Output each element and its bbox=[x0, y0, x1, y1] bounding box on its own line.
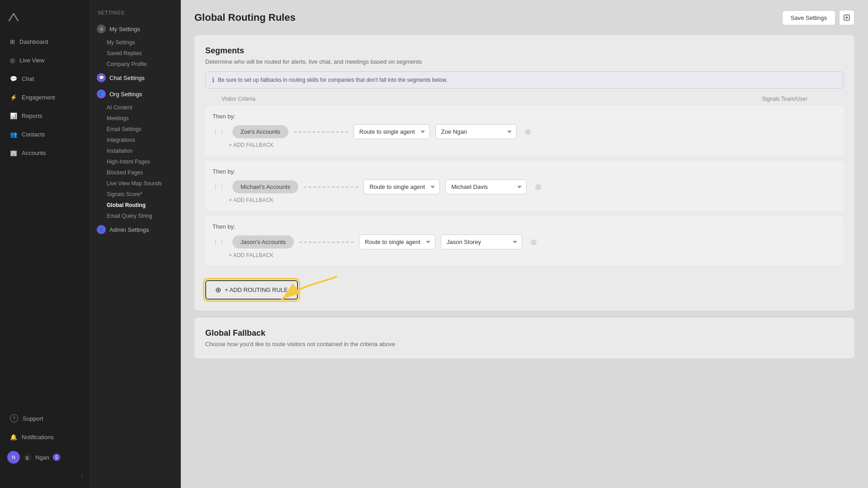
my-settings-icon: ⚙ bbox=[97, 24, 106, 33]
drag-handle-1[interactable]: ⋮⋮ bbox=[212, 128, 225, 136]
segment-row-3: Then by: ⋮⋮ Jason's Accounts Route to si… bbox=[205, 216, 844, 266]
sec-nav-ai-content[interactable]: AI Content bbox=[90, 102, 180, 113]
sec-nav-meetings[interactable]: Meetings bbox=[90, 113, 180, 124]
sec-nav-admin-settings[interactable]: 👤 Admin Settings bbox=[90, 221, 180, 238]
sidebar-item-label: Accounts bbox=[22, 150, 46, 156]
avatar: N bbox=[7, 451, 20, 464]
save-settings-button[interactable]: Save Settings bbox=[782, 10, 835, 25]
segment-row-1: Then by: ⋮⋮ Zoe's Accounts Route to sing… bbox=[205, 106, 844, 155]
add-routing-rule-container: ⊕ + ADD ROUTING RULE bbox=[205, 277, 298, 300]
segments-card: Segments Determine who will be routed fo… bbox=[194, 35, 854, 310]
agent-select-3[interactable]: Jason Storey Zoe Ngan Michael Davis bbox=[441, 235, 522, 249]
add-routing-rule-button[interactable]: ⊕ + ADD ROUTING RULE bbox=[205, 280, 298, 300]
sec-nav-global-routing[interactable]: Global Routing bbox=[90, 200, 180, 211]
sec-nav-label: Org Settings bbox=[109, 91, 142, 98]
export-button[interactable] bbox=[839, 10, 854, 25]
sec-nav-signals-score[interactable]: Signals Score* bbox=[90, 189, 180, 200]
segment-tag-1: Zoe's Accounts bbox=[232, 125, 288, 138]
agent-select-1[interactable]: Zoe Ngan Michael Davis Jason Storey bbox=[435, 124, 517, 139]
user-profile[interactable]: N g. Ngan 5 bbox=[0, 446, 90, 468]
live-view-icon: ◎ bbox=[10, 57, 15, 64]
notification-badge: 5 bbox=[53, 454, 60, 461]
add-fallback-2[interactable]: + ADD FALLBACK bbox=[212, 197, 836, 203]
sec-nav-my-settings[interactable]: ⚙ My Settings bbox=[90, 21, 180, 37]
sidebar-item-accounts[interactable]: 🏢 Accounts bbox=[3, 144, 87, 162]
sidebar-item-reports[interactable]: 📊 Reports bbox=[3, 107, 87, 125]
drag-handle-3[interactable]: ⋮⋮ bbox=[212, 239, 225, 246]
chat-settings-icon: 💬 bbox=[97, 73, 106, 82]
sidebar-item-engagement[interactable]: ⚡ Engagement bbox=[3, 89, 87, 106]
sec-nav-blocked-pages[interactable]: Blocked Pages bbox=[90, 167, 180, 178]
routing-type-select-1[interactable]: Route to single agent Route to team Roun… bbox=[354, 124, 430, 139]
sidebar-item-contacts[interactable]: 👥 Contacts bbox=[3, 126, 87, 143]
signals-team-header: Signals Team/User bbox=[762, 96, 808, 102]
sidebar-item-label: Reports bbox=[22, 113, 42, 119]
routing-type-select-2[interactable]: Route to single agent Route to team Roun… bbox=[363, 179, 440, 194]
sidebar-item-label: Dashboard bbox=[19, 38, 48, 45]
settings-label: Settings bbox=[90, 7, 180, 21]
sidebar-item-support[interactable]: ? Support bbox=[3, 409, 87, 428]
page-header: Global Routing Rules Save Settings bbox=[181, 0, 868, 35]
engagement-icon: ⚡ bbox=[10, 94, 17, 101]
global-fallback-card: Global Fallback Choose how you'd like to… bbox=[194, 318, 854, 358]
dotted-line-2 bbox=[304, 187, 358, 188]
chat-icon: 💬 bbox=[10, 75, 17, 82]
collapse-button[interactable]: ‹ bbox=[0, 468, 90, 483]
segment-tag-2: Michael's Accounts bbox=[232, 180, 298, 193]
user-avatar-g: g. bbox=[24, 453, 32, 461]
sidebar-item-notifications[interactable]: 🔔 Notifications bbox=[3, 428, 87, 446]
info-text: Be sure to set up fallbacks in routing s… bbox=[218, 77, 448, 83]
content-area: Segments Determine who will be routed fo… bbox=[181, 35, 868, 379]
sidebar-item-label: Support bbox=[23, 415, 43, 422]
sec-nav-email-query-string[interactable]: Email Query String bbox=[90, 211, 180, 221]
page-title: Global Routing Rules bbox=[194, 12, 296, 23]
column-headers: Visitor Criteria Signals Team/User bbox=[205, 96, 844, 106]
segment-row-2: Then by: ⋮⋮ Michael's Accounts Route to … bbox=[205, 161, 844, 211]
sec-nav-org-settings[interactable]: 👥 Org Settings bbox=[90, 86, 180, 102]
reports-icon: 📊 bbox=[10, 113, 17, 119]
user-name: Ngan bbox=[35, 454, 49, 461]
notifications-icon: 🔔 bbox=[10, 434, 17, 441]
visitor-criteria-header: Visitor Criteria bbox=[222, 96, 255, 102]
sec-nav-live-view-map-sounds[interactable]: Live View Map Sounds bbox=[90, 178, 180, 189]
sidebar-item-label: Engagement bbox=[22, 94, 55, 101]
sec-nav-chat-settings[interactable]: 💬 Chat Settings bbox=[90, 70, 180, 86]
global-fallback-title: Global Fallback bbox=[205, 328, 844, 338]
sidebar-item-live-view[interactable]: ◎ Live View bbox=[3, 52, 87, 69]
then-by-label-1: Then by: bbox=[212, 113, 836, 120]
remove-row-3-button[interactable]: ⊗ bbox=[528, 236, 539, 248]
nav-logo bbox=[0, 5, 90, 33]
dotted-line-1 bbox=[294, 131, 348, 132]
remove-row-2-button[interactable]: ⊗ bbox=[532, 181, 544, 193]
sec-nav-email-settings[interactable]: Email Settings bbox=[90, 124, 180, 135]
add-fallback-1[interactable]: + ADD FALLBACK bbox=[212, 142, 836, 148]
add-fallback-3[interactable]: + ADD FALLBACK bbox=[212, 252, 836, 258]
sec-nav-high-intent-pages[interactable]: High-Intent Pages bbox=[90, 156, 180, 167]
drag-handle-2[interactable]: ⋮⋮ bbox=[212, 183, 225, 191]
info-icon: ℹ bbox=[212, 76, 214, 84]
sec-nav-integrations[interactable]: Integrations bbox=[90, 135, 180, 145]
row-content-3: ⋮⋮ Jason's Accounts Route to single agen… bbox=[212, 235, 836, 249]
sec-nav-my-settings-sub[interactable]: My Settings bbox=[90, 37, 180, 48]
admin-settings-icon: 👤 bbox=[97, 225, 106, 234]
sidebar-item-chat[interactable]: 💬 Chat bbox=[3, 70, 87, 88]
sec-nav-company-profile[interactable]: Company Profile bbox=[90, 59, 180, 70]
then-by-label-3: Then by: bbox=[212, 223, 836, 230]
agent-select-2[interactable]: Michael Davis Zoe Ngan Jason Storey bbox=[445, 179, 527, 194]
secondary-navigation: Settings ⚙ My Settings My Settings Saved… bbox=[90, 0, 181, 488]
sec-nav-saved-replies[interactable]: Saved Replies bbox=[90, 48, 180, 59]
sidebar-item-dashboard[interactable]: ⊞ Dashboard bbox=[3, 33, 87, 51]
sidebar-item-label: Chat bbox=[22, 75, 34, 82]
row-content-2: ⋮⋮ Michael's Accounts Route to single ag… bbox=[212, 179, 836, 194]
nav-bottom: ? Support 🔔 Notifications N g. Ngan 5 ‹ bbox=[0, 408, 90, 488]
export-icon bbox=[843, 14, 850, 21]
routing-type-select-3[interactable]: Route to single agent Route to team Roun… bbox=[359, 235, 435, 249]
sidebar-item-label: Notifications bbox=[22, 434, 54, 441]
header-actions: Save Settings bbox=[782, 10, 854, 25]
sec-nav-label: My Settings bbox=[109, 26, 140, 33]
remove-row-1-button[interactable]: ⊗ bbox=[522, 126, 534, 138]
main-content: Global Routing Rules Save Settings Segme… bbox=[181, 0, 868, 488]
segments-desc: Determine who will be routed for alerts,… bbox=[205, 58, 844, 65]
sec-nav-installation[interactable]: Installation bbox=[90, 145, 180, 156]
contacts-icon: 👥 bbox=[10, 131, 17, 138]
